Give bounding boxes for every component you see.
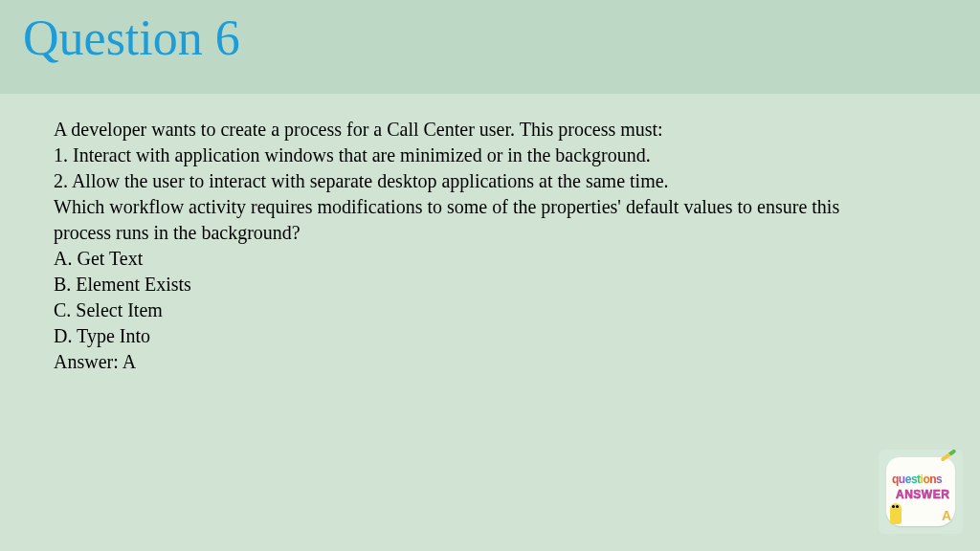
requirement-2: 2. Allow the user to interact with separ… xyxy=(54,168,856,194)
question-intro: A developer wants to create a process fo… xyxy=(54,117,856,143)
pencil-icon xyxy=(940,449,956,462)
option-c: C. Select Item xyxy=(54,298,856,323)
badge-letters: A xyxy=(942,508,951,523)
requirement-1: 1. Interact with application windows tha… xyxy=(54,143,856,168)
answer-line: Answer: A xyxy=(54,349,856,375)
option-b: B. Element Exists xyxy=(54,272,856,298)
option-d: D. Type Into xyxy=(54,323,856,349)
pencil-character-icon xyxy=(890,503,902,524)
question-prompt: Which workflow activity requires modific… xyxy=(54,194,856,246)
badge-questions-text: questions xyxy=(892,473,942,486)
badge-answer-text: ANSWER xyxy=(896,488,949,501)
option-a: A. Get Text xyxy=(54,246,856,272)
qa-badge: questions ANSWER A xyxy=(879,450,963,534)
notebook-icon: questions ANSWER A xyxy=(886,457,955,526)
question-title: Question 6 xyxy=(23,10,957,66)
question-content: A developer wants to create a process fo… xyxy=(0,94,909,398)
slide-header: Question 6 xyxy=(0,0,980,94)
